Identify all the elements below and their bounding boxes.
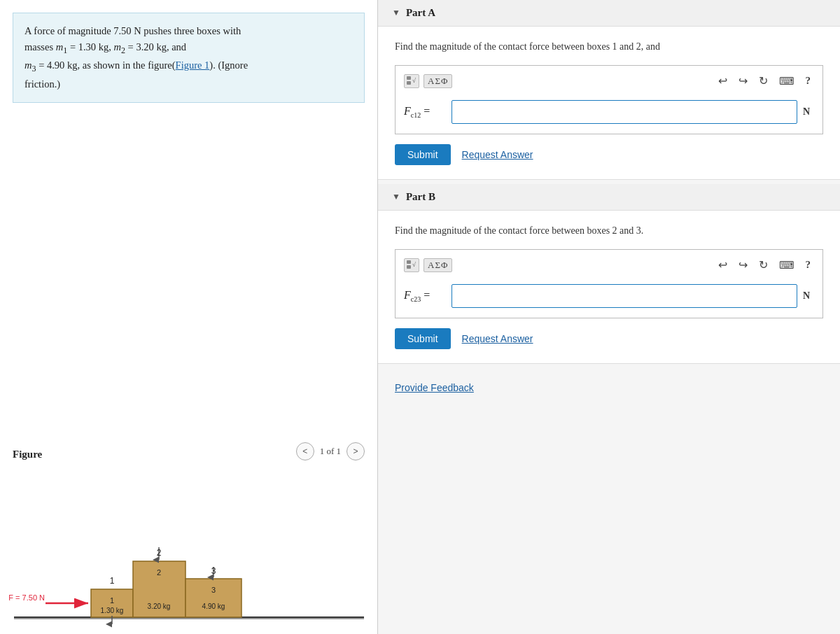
- part-a-submit-button[interactable]: Submit: [395, 144, 451, 165]
- part-a-body: Find the magnitude of the contact force …: [378, 27, 840, 179]
- right-panel: ▼ Part A Find the magnitude of the conta…: [378, 0, 840, 634]
- part-b-redo-icon[interactable]: ↪: [735, 257, 751, 273]
- refresh-icon[interactable]: ↻: [755, 73, 771, 89]
- part-b-answer-box: √ ΑΣΦ ↩ ↪ ↻ ⌨ ? Fc23 =: [395, 249, 823, 318]
- redo-icon[interactable]: ↪: [735, 73, 751, 89]
- svg-text:3: 3: [211, 586, 216, 594]
- figure-prev-button[interactable]: <: [296, 442, 314, 460]
- provide-feedback-link[interactable]: Provide Feedback: [378, 371, 491, 404]
- svg-text:1.30 kg: 1.30 kg: [101, 607, 124, 614]
- svg-text:√: √: [412, 77, 416, 84]
- svg-rect-8: [186, 579, 241, 617]
- part-b-unit: N: [803, 290, 814, 302]
- svg-rect-25: [407, 265, 411, 269]
- part-b-undo-icon[interactable]: ↩: [715, 257, 731, 273]
- svg-rect-21: [407, 76, 411, 80]
- svg-text:3: 3: [211, 566, 216, 576]
- part-b-section: ▼ Part B Find the magnitude of the conta…: [378, 184, 840, 364]
- svg-rect-24: [407, 260, 411, 264]
- part-a-unit: N: [803, 106, 814, 118]
- part-b-header: ▼ Part B: [378, 184, 840, 211]
- part-a-toolbar: √ ΑΣΦ ↩ ↪ ↻ ⌨ ?: [404, 73, 814, 93]
- svg-text:F = 7.50 N: F = 7.50 N: [8, 593, 45, 602]
- part-b-question: Find the magnitude of the contact force …: [395, 223, 823, 238]
- problem-text-line3: m3 = 4.90 kg, as shown in the figure(Fig…: [24, 59, 248, 71]
- part-b-toolbar: √ ΑΣΦ ↩ ↪ ↻ ⌨ ?: [404, 257, 814, 277]
- figure-next-button[interactable]: >: [346, 442, 365, 460]
- matrix-icon[interactable]: √: [404, 74, 419, 88]
- problem-text-line2: masses m1 = 1.30 kg, m2 = 3.20 kg, and: [24, 41, 186, 52]
- left-panel: A force of magnitude 7.50 N pushes three…: [0, 0, 378, 634]
- part-b-help-icon[interactable]: ?: [802, 258, 815, 272]
- svg-text:2: 2: [157, 548, 162, 558]
- figure-svg: 1 1.30 kg 2 3.20 kg 3 4.90 kg F = 7.50 N: [0, 470, 378, 631]
- figure-nav-label: 1 of 1: [320, 446, 341, 457]
- svg-text:1: 1: [110, 596, 114, 605]
- figure-link[interactable]: Figure 1: [176, 59, 210, 71]
- svg-text:4.90 kg: 4.90 kg: [202, 603, 225, 610]
- part-b-input-label: Fc23 =: [404, 289, 446, 303]
- svg-text:√: √: [412, 261, 416, 268]
- part-b-matrix-icon[interactable]: √: [404, 258, 419, 272]
- svg-text:1: 1: [110, 576, 115, 586]
- svg-text:3.20 kg: 3.20 kg: [148, 603, 171, 610]
- part-b-input-row: Fc23 = N: [404, 284, 814, 308]
- part-b-body: Find the magnitude of the contact force …: [378, 211, 840, 363]
- part-a-action-row: Submit Request Answer: [395, 144, 823, 165]
- problem-text-line1: A force of magnitude 7.50 N pushes three…: [24, 25, 241, 36]
- figure-area: 1 1.30 kg 2 3.20 kg 3 4.90 kg F = 7.50 N: [0, 463, 377, 634]
- part-b-chevron[interactable]: ▼: [392, 192, 400, 202]
- part-a-header: ▼ Part A: [378, 0, 840, 27]
- part-a-answer-input[interactable]: [451, 100, 797, 124]
- part-a-title: Part A: [406, 7, 435, 19]
- part-b-submit-button[interactable]: Submit: [395, 328, 451, 349]
- problem-text-line4: friction.): [24, 78, 60, 90]
- part-a-request-answer-link[interactable]: Request Answer: [462, 149, 533, 160]
- figure-nav: < 1 of 1 >: [296, 442, 365, 460]
- part-b-request-answer-link[interactable]: Request Answer: [462, 333, 533, 344]
- svg-rect-22: [407, 81, 411, 85]
- feedback-section: Provide Feedback: [378, 368, 840, 407]
- part-a-answer-box: √ ΑΣΦ ↩ ↪ ↻ ⌨ ? Fc12 =: [395, 65, 823, 134]
- part-b-answer-input[interactable]: [451, 284, 797, 308]
- part-a-section: ▼ Part A Find the magnitude of the conta…: [378, 0, 840, 180]
- part-a-input-row: Fc12 = N: [404, 100, 814, 124]
- part-a-chevron[interactable]: ▼: [392, 8, 400, 18]
- part-b-action-row: Submit Request Answer: [395, 328, 823, 349]
- sigma-icon[interactable]: ΑΣΦ: [424, 74, 452, 88]
- keyboard-icon[interactable]: ⌨: [776, 73, 798, 89]
- part-a-input-label: Fc12 =: [404, 105, 446, 119]
- help-icon[interactable]: ?: [802, 73, 815, 88]
- undo-icon[interactable]: ↩: [715, 73, 731, 89]
- part-b-sigma-icon[interactable]: ΑΣΦ: [424, 258, 452, 272]
- problem-statement: A force of magnitude 7.50 N pushes three…: [13, 13, 365, 103]
- part-b-keyboard-icon[interactable]: ⌨: [776, 258, 798, 273]
- part-a-question: Find the magnitude of the contact force …: [395, 39, 823, 54]
- part-b-title: Part B: [406, 191, 435, 203]
- part-b-refresh-icon[interactable]: ↻: [755, 257, 771, 273]
- svg-text:2: 2: [157, 568, 161, 577]
- figure-label: Figure: [13, 442, 42, 460]
